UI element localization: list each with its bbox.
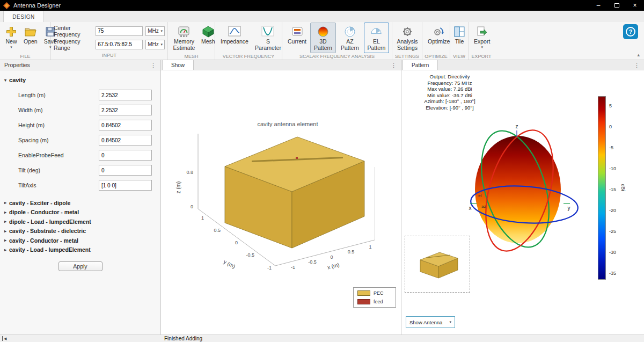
frequency-range-input[interactable] bbox=[96, 40, 143, 49]
current-button[interactable]: Current bbox=[285, 23, 309, 53]
tree-group-cavity-substrate-dielectric[interactable]: ▸ cavity - Substrate - dielectric bbox=[0, 227, 160, 236]
window-title: Antenna Designer bbox=[13, 2, 61, 9]
section-label-vector: VECTOR FREQUENCY ANALYSIS bbox=[215, 53, 282, 61]
svg-text:0.5: 0.5 bbox=[214, 228, 221, 233]
panel-menu-icon[interactable]: ⋮ bbox=[391, 62, 397, 69]
spacing-input[interactable] bbox=[99, 135, 152, 145]
maximize-button[interactable] bbox=[608, 0, 626, 11]
memory-estimate-button[interactable]: Memory Estimate bbox=[171, 23, 197, 53]
tree-group-dipole-load-lumpedelement[interactable]: ▸ dipole - Load - lumpedElement bbox=[0, 217, 160, 227]
svg-text:-1: -1 bbox=[291, 265, 295, 270]
minimize-button[interactable]: – bbox=[589, 0, 608, 11]
z-axis-ticks: 0.8 0 bbox=[186, 170, 193, 209]
plot-legend: PEC feed bbox=[353, 287, 396, 308]
tab-design[interactable]: DESIGN bbox=[3, 11, 44, 22]
pattern-az-label: az bbox=[481, 204, 486, 209]
center-frequency-input[interactable] bbox=[96, 26, 143, 36]
plot-title: cavity antenna element bbox=[257, 121, 318, 127]
tab-pattern[interactable]: Pattern bbox=[402, 60, 438, 70]
tiltaxis-input[interactable] bbox=[99, 180, 152, 191]
antenna-box bbox=[225, 137, 364, 248]
tree-group-cavity-exciter-dipole[interactable]: ▸ cavity - Exciter - dipole bbox=[0, 198, 160, 208]
memory-estimate-icon bbox=[177, 25, 191, 39]
antenna-preview[interactable] bbox=[405, 236, 470, 293]
el-pattern-button[interactable]: EL Pattern bbox=[364, 23, 389, 53]
enableprobefeed-input[interactable] bbox=[99, 150, 152, 161]
chevron-down-icon: ▾ bbox=[10, 45, 12, 49]
new-button[interactable]: New ▾ bbox=[3, 23, 20, 53]
legend-swatch-feed bbox=[357, 299, 370, 304]
section-label-optimize: OPTIMIZE bbox=[422, 53, 450, 60]
svg-text:0.5: 0.5 bbox=[348, 249, 355, 254]
section-label-settings: SETTINGS bbox=[392, 53, 422, 60]
status-text: Finished Adding bbox=[164, 336, 202, 341]
ribbon-tabstrip: DESIGN bbox=[0, 11, 644, 22]
property-row-tilt: Tilt (deg) bbox=[18, 165, 160, 176]
minimize-icon: – bbox=[597, 2, 601, 9]
legend-item-feed: feed bbox=[357, 299, 392, 304]
ribbon-section-vector: Impedance S Parameter VECTOR FREQUENCY A… bbox=[215, 22, 282, 60]
show-antenna-select[interactable]: Show Antenna ▾ bbox=[406, 316, 455, 328]
frequency-range-label: Frequency Range bbox=[54, 38, 93, 51]
close-button[interactable]: × bbox=[626, 0, 644, 11]
section-label-export: EXPORT bbox=[469, 53, 494, 60]
tree-group-cavity-load-lumpedelement[interactable]: ▸ cavity - Load - lumpedElement bbox=[0, 245, 160, 255]
analysis-settings-button[interactable]: Analysis Settings bbox=[395, 23, 420, 53]
length-input[interactable] bbox=[99, 90, 152, 100]
s-parameter-button[interactable]: S Parameter bbox=[252, 23, 284, 53]
legend-item-pec: PEC bbox=[357, 290, 392, 296]
help-button[interactable]: ? bbox=[623, 24, 638, 39]
property-label: Height (m) bbox=[18, 122, 99, 128]
property-row-width: Width (m) bbox=[18, 105, 160, 115]
collapse-ribbon-icon[interactable]: ▴ bbox=[637, 52, 640, 57]
status-bar: ◀ Finished Adding bbox=[0, 334, 644, 342]
pattern-3d-button[interactable]: 3D Pattern bbox=[310, 23, 336, 53]
tree-group-dipole-conductor-metal[interactable]: ▸ dipole - Conductor - metal bbox=[0, 208, 160, 217]
tree-group-cavity-conductor-metal[interactable]: ▸ cavity - Conductor - metal bbox=[0, 236, 160, 245]
property-row-length: Length (m) bbox=[18, 90, 160, 100]
mesh-icon bbox=[202, 25, 215, 39]
help-icon: ? bbox=[626, 27, 635, 37]
impedance-button[interactable]: Impedance bbox=[218, 23, 251, 53]
property-label: Length (m) bbox=[18, 92, 99, 98]
az-pattern-button[interactable]: AZ Pattern bbox=[337, 23, 363, 53]
panel-menu-icon[interactable]: ⋮ bbox=[150, 62, 156, 69]
s-parameter-icon bbox=[261, 25, 275, 39]
apply-button[interactable]: Apply bbox=[58, 261, 103, 271]
height-input[interactable] bbox=[99, 120, 152, 130]
colorbar-wrap: 5 0 -5 -10 -15 -20 -25 -30 -35 dBi bbox=[598, 96, 641, 285]
collapse-panel-icon[interactable]: ◀ bbox=[2, 336, 6, 341]
pattern-panel: Pattern ⋮ Output: Directivity Frequency:… bbox=[401, 60, 644, 334]
tile-icon bbox=[453, 25, 466, 39]
property-label: EnableProbeFeed bbox=[18, 152, 99, 158]
properties-panel: Properties ⋮ ▾ cavity Length (m) Width (… bbox=[0, 60, 161, 334]
tilt-input[interactable] bbox=[99, 165, 152, 176]
ribbon-section-file: New ▾ Open Save ▾ FILE bbox=[0, 22, 51, 60]
z-axis-label: z (m) bbox=[175, 181, 181, 194]
open-button[interactable]: Open bbox=[21, 23, 40, 53]
chevron-right-icon: ▸ bbox=[4, 219, 6, 224]
y-axis-label: y (m) bbox=[223, 259, 236, 270]
app-logo-icon bbox=[3, 2, 10, 9]
export-icon bbox=[475, 25, 488, 39]
center-frequency-unit-select[interactable]: MHz ▾ bbox=[145, 26, 165, 36]
tile-button[interactable]: Tile bbox=[451, 23, 467, 53]
property-label: Tilt (deg) bbox=[18, 167, 99, 173]
chevron-down-icon: ▾ bbox=[4, 78, 6, 83]
tree-group-cavity[interactable]: ▾ cavity bbox=[4, 77, 160, 83]
az-pattern-icon bbox=[343, 25, 356, 39]
export-button[interactable]: Export ▾ bbox=[471, 23, 493, 53]
panel-menu-icon[interactable]: ⋮ bbox=[634, 62, 640, 69]
antenna-preview-drawing bbox=[405, 236, 470, 292]
ribbon-section-optimize: Optimize OPTIMIZE bbox=[422, 22, 450, 60]
chevron-right-icon: ▸ bbox=[4, 200, 6, 205]
chevron-down-icon: ▾ bbox=[449, 320, 451, 324]
tab-show[interactable]: Show bbox=[162, 60, 194, 70]
width-input[interactable] bbox=[99, 105, 152, 115]
section-label-mesh: MESH bbox=[168, 53, 215, 60]
chevron-down-icon: ▾ bbox=[160, 42, 163, 47]
svg-text:-1: -1 bbox=[267, 265, 272, 271]
frequency-range-unit-select[interactable]: MHz ▾ bbox=[145, 40, 165, 49]
pattern-x-label: x bbox=[469, 205, 472, 211]
optimize-button[interactable]: Optimize bbox=[425, 23, 452, 53]
